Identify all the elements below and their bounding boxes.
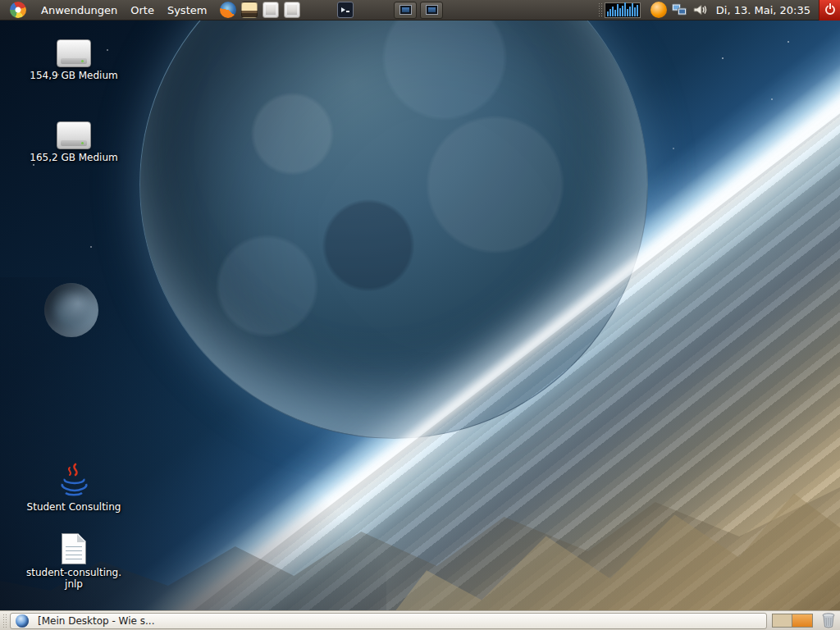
notification-area (651, 2, 708, 18)
trash-icon (822, 613, 835, 628)
desktop-icon-student-consulting[interactable]: Student Consulting (12, 463, 135, 514)
terminal-caret-glyph (341, 7, 345, 12)
desktop-icon-label: student-consulting. (12, 567, 135, 578)
desktop-icon-drive-2[interactable]: 165,2 GB Medium (12, 121, 135, 164)
menu-anwendungen[interactable]: Anwendungen (34, 0, 124, 20)
update-notifier-icon[interactable] (651, 2, 667, 18)
desktop-screen: Anwendungen Orte System (0, 0, 840, 630)
page-fold (77, 534, 85, 542)
terminal-icon[interactable] (337, 2, 354, 18)
workspace-2-active[interactable] (792, 614, 812, 627)
window-selector-button-2[interactable] (420, 2, 443, 19)
desktop-icon-drive-1[interactable]: 154,9 GB Medium (12, 39, 135, 82)
desktop-icon-label: 154,9 GB Medium (12, 70, 135, 82)
trash-applet[interactable] (819, 612, 838, 630)
workspace-1[interactable] (773, 614, 792, 627)
panel-drag-handle[interactable] (2, 614, 8, 628)
desktop-icon-label: 165,2 GB Medium (12, 152, 135, 164)
window-thumbnail-icon (399, 5, 412, 15)
window-selector (394, 2, 443, 19)
window-app-icon (16, 614, 29, 628)
firefox-icon[interactable] (220, 2, 236, 18)
power-icon (825, 5, 835, 15)
package-icon[interactable] (262, 2, 279, 18)
desktop-icon-label: Student Consulting (12, 501, 135, 514)
document-icon (62, 533, 86, 564)
page-lines (66, 546, 82, 561)
bottom-panel: [Mein Desktop - Wie s... (0, 610, 840, 630)
terminal-cursor-glyph (346, 11, 349, 12)
main-menu-button[interactable] (0, 0, 34, 20)
volume-icon[interactable] (692, 2, 708, 18)
menu-system[interactable]: System (161, 0, 213, 20)
window-selector-button-1[interactable] (394, 2, 417, 19)
menu-orte[interactable]: Orte (124, 0, 161, 20)
launcher-group (217, 2, 356, 18)
drive-icon (57, 121, 91, 149)
taskbar-window-title: [Mein Desktop - Wie s... (38, 615, 154, 627)
mascot-icon[interactable] (241, 2, 258, 18)
desktop-icon-label-line2: jnlp (12, 578, 135, 590)
network-icon[interactable] (671, 2, 687, 18)
applet-drag-handle[interactable] (598, 2, 603, 18)
shutdown-button[interactable] (819, 0, 840, 21)
system-monitor-applet[interactable] (605, 2, 641, 18)
top-panel: Anwendungen Orte System (0, 0, 840, 21)
taskbar-window-button[interactable]: [Mein Desktop - Wie s... (10, 613, 767, 629)
workspace-switcher (772, 614, 813, 628)
drive-icon (57, 39, 91, 67)
package-icon-2[interactable] (284, 2, 300, 18)
clock-applet[interactable]: Di, 13. Mai, 20:35 (716, 4, 810, 16)
desktop-icon-jnlp-file[interactable]: student-consulting. jnlp (12, 533, 135, 590)
java-icon (57, 463, 91, 499)
distributor-logo-icon (10, 2, 26, 18)
window-thumbnail-icon (426, 5, 438, 15)
